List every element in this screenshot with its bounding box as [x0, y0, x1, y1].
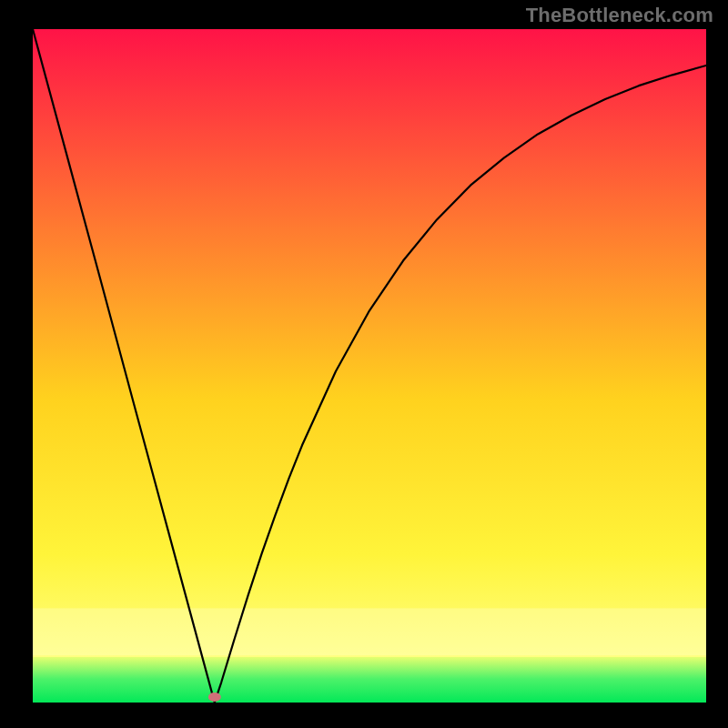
- gradient-background: [33, 29, 706, 703]
- yellow-overlay-bar: [33, 608, 706, 655]
- watermark-text: TheBottleneck.com: [526, 4, 713, 27]
- chart-frame: TheBottleneck.com: [0, 0, 728, 728]
- plot-area: [33, 29, 706, 703]
- chart-svg: [33, 29, 706, 703]
- min-marker: [208, 693, 221, 702]
